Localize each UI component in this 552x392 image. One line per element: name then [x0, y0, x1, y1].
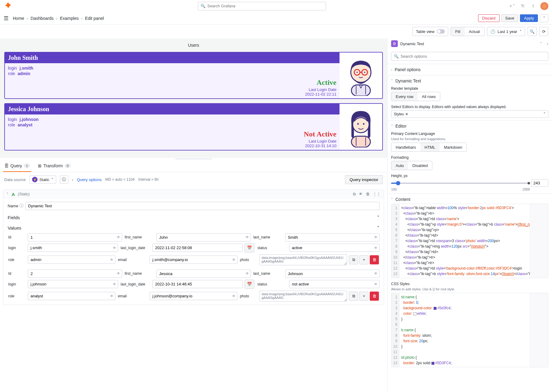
breadcrumb-home[interactable]: Home — [13, 16, 24, 21]
panel-type-label[interactable]: Dynamic Text — [400, 42, 538, 46]
discard-button[interactable]: Discard — [478, 14, 499, 22]
chevron-right-icon[interactable]: › — [547, 42, 548, 46]
save-button[interactable]: Save — [501, 14, 518, 22]
eye-icon[interactable]: 👁 — [117, 271, 120, 276]
add-icon[interactable]: + — [359, 255, 369, 264]
options-search[interactable]: 🔍 — [391, 52, 548, 61]
tab-transform[interactable]: ⊞ Transform 0 — [37, 160, 72, 172]
eye-icon[interactable]: 👁 — [110, 294, 114, 298]
first-name-input[interactable] — [156, 233, 251, 241]
last-name-input[interactable] — [285, 270, 379, 278]
tab-query[interactable]: 🗄 Query 1 — [3, 160, 31, 172]
editors-select[interactable]: Styles ✕ ˅ — [391, 110, 548, 118]
query-name-input[interactable] — [25, 202, 379, 210]
login-input[interactable] — [28, 244, 118, 252]
fields-section[interactable]: Fields˅ — [8, 212, 379, 223]
duplicate-icon[interactable]: ⧉ — [353, 192, 356, 197]
all-rows-button[interactable]: All rows — [418, 92, 440, 101]
section-dynamic-text[interactable]: ˅Dynamic Text — [391, 78, 548, 84]
query-inspector-button[interactable]: Query inspector — [345, 175, 383, 184]
eye-icon[interactable]: 👁 — [374, 271, 378, 276]
apply-button[interactable]: Apply — [520, 14, 538, 22]
news-icon[interactable]: ⌇ — [530, 3, 536, 9]
minimap[interactable] — [530, 293, 548, 367]
collapse-options-icon[interactable]: ˄ — [540, 14, 548, 22]
first-name-input[interactable] — [156, 270, 251, 278]
calendar-icon[interactable]: 📅 — [245, 243, 254, 252]
copy-icon[interactable]: ⧉ — [349, 255, 358, 264]
minimap[interactable] — [530, 204, 548, 278]
handlebars-button[interactable]: Handlebars — [391, 143, 420, 151]
id-input[interactable] — [28, 270, 122, 278]
email-input[interactable] — [150, 256, 237, 264]
user-avatar[interactable] — [540, 2, 548, 10]
table-view-toggle[interactable]: Table view — [412, 27, 448, 36]
eye-icon[interactable]: 👁 — [232, 294, 236, 298]
drag-icon[interactable]: ⋮⋮ — [373, 192, 381, 197]
content-editor[interactable]: 12345678910111213 <class="tk-tag">table … — [391, 204, 548, 278]
login-input[interactable] — [28, 280, 118, 288]
eye-icon[interactable]: 👁 — [232, 258, 236, 262]
last-login-input[interactable] — [152, 280, 243, 288]
copy-icon[interactable]: ⧉ — [349, 292, 358, 301]
section-panel-options[interactable]: ›Panel options — [391, 67, 548, 73]
remove-tag-icon[interactable]: ✕ — [405, 112, 408, 116]
auto-button[interactable]: Auto — [391, 161, 408, 170]
height-input[interactable] — [531, 179, 548, 187]
chevron-right-icon[interactable]: › — [72, 177, 73, 182]
global-search-input[interactable] — [207, 4, 323, 8]
values-section[interactable]: Values˄ — [8, 223, 379, 233]
role-input[interactable] — [28, 292, 115, 300]
global-search[interactable]: 🔍 — [198, 2, 326, 10]
breadcrumb-dashboards[interactable]: Dashboards — [31, 16, 54, 21]
switch-icon[interactable] — [437, 29, 445, 34]
refresh-icon[interactable]: ⟳ — [539, 27, 548, 36]
chevron-down-icon[interactable]: ˅ — [6, 192, 9, 197]
role-input[interactable] — [28, 256, 115, 264]
eye-icon[interactable]: 👁 — [113, 282, 116, 286]
id-input[interactable] — [28, 233, 122, 241]
info-icon[interactable]: ⓘ — [20, 203, 24, 209]
actual-button[interactable]: Actual — [465, 27, 484, 36]
markdown-button[interactable]: Markdown — [440, 143, 467, 151]
breadcrumb-examples[interactable]: Examples — [60, 16, 78, 21]
height-slider[interactable] — [391, 183, 529, 184]
status-input[interactable] — [289, 244, 379, 252]
eye-icon[interactable]: 👁 — [245, 235, 249, 239]
photo-textarea[interactable]: data:image/png;base64,iVBORw0KGgoAAAANSU… — [260, 254, 347, 265]
every-row-button[interactable]: Every row — [391, 92, 418, 101]
fill-button[interactable]: Fill — [451, 27, 465, 36]
last-name-input[interactable] — [285, 233, 379, 241]
calendar-icon[interactable]: 📅 — [245, 280, 254, 289]
add-icon[interactable]: + — [359, 292, 369, 301]
email-input[interactable] — [150, 292, 237, 300]
add-menu-icon[interactable]: + ˅ — [509, 3, 515, 9]
help-icon[interactable]: ?⃝ — [520, 3, 526, 9]
status-input[interactable] — [289, 280, 379, 288]
eye-icon[interactable]: 👁 — [117, 235, 120, 239]
eye-icon[interactable]: 👁 — [374, 282, 378, 286]
eye-icon[interactable]: 👁 — [245, 271, 249, 276]
section-editor[interactable]: ˅Editor — [391, 123, 548, 129]
time-range-picker[interactable]: 🕐 Last 1 year ˅ — [487, 27, 525, 36]
section-content[interactable]: ˅Content — [391, 196, 548, 202]
eye-icon[interactable]: 👁 — [374, 246, 378, 250]
eye-icon[interactable]: 👁 — [113, 246, 116, 250]
zoom-out-icon[interactable]: 🔍 — [528, 27, 537, 36]
datasource-help-icon[interactable]: ⓘ — [60, 175, 68, 184]
chevron-down-icon[interactable]: ˅ — [540, 42, 542, 46]
delete-icon[interactable]: 🗑 — [370, 292, 379, 301]
delete-icon[interactable]: 🗑 — [370, 255, 379, 264]
disabled-button[interactable]: Disabled — [408, 161, 432, 170]
query-options-link[interactable]: Query options — [77, 177, 102, 182]
last-login-input[interactable] — [152, 244, 243, 252]
photo-textarea[interactable]: data:image/png;base64,iVBORw0KGgoAAAANSU… — [260, 291, 347, 302]
css-editor[interactable]: 12345678910111213 td.name { border: 0; b… — [391, 293, 548, 367]
trash-icon[interactable]: 🗑 — [366, 192, 370, 197]
eye-icon[interactable]: 👁 — [110, 258, 114, 262]
datasource-select[interactable]: ⚡ Static ˅ — [29, 176, 56, 183]
resize-handle[interactable] — [0, 158, 387, 160]
eye-icon[interactable]: 👁 — [374, 235, 378, 239]
html-button[interactable]: HTML — [420, 143, 440, 151]
eye-icon[interactable]: 👁 — [359, 192, 363, 197]
